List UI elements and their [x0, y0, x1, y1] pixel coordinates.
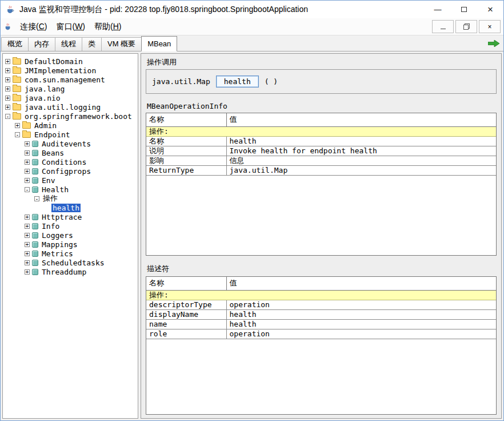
table-row[interactable]: descriptorTypeoperation — [146, 300, 496, 309]
expand-icon[interactable]: + — [25, 178, 30, 183]
tree-item-label[interactable]: health — [51, 204, 81, 212]
tree-item-label[interactable]: DefaultDomain — [23, 57, 84, 66]
tree-item-label[interactable]: Metrics — [41, 249, 74, 258]
tree-item[interactable]: -操作 — [3, 194, 138, 203]
expand-icon[interactable]: + — [25, 251, 30, 256]
tree-item[interactable]: +java.lang — [3, 84, 138, 93]
tree-item-label[interactable]: JMImplementation — [23, 66, 97, 75]
expand-icon[interactable]: + — [5, 68, 10, 73]
tree-item-label[interactable]: Configprops — [41, 167, 92, 176]
expand-icon[interactable]: + — [5, 96, 10, 101]
tab-overview[interactable]: 概览 — [1, 37, 29, 51]
expand-icon[interactable]: + — [15, 123, 20, 128]
section-row[interactable]: 操作: — [146, 126, 496, 136]
expand-icon[interactable]: + — [5, 105, 10, 110]
tab-vm-summary[interactable]: VM 概要 — [101, 37, 142, 51]
tree-item[interactable]: +java.util.logging — [3, 102, 138, 112]
name-cell[interactable]: descriptorType — [146, 300, 226, 309]
tree-item-label[interactable]: com.sun.management — [23, 76, 106, 84]
expand-icon[interactable]: + — [25, 242, 30, 247]
value-cell[interactable]: java.util.Map — [226, 165, 496, 175]
tree-item[interactable]: -Health — [3, 185, 138, 194]
tree-item[interactable]: +DefaultDomain — [3, 57, 138, 66]
tree-item-label[interactable]: Scheduledtasks — [41, 259, 106, 267]
value-cell[interactable]: health — [226, 309, 496, 319]
tree-item[interactable]: +Configprops — [3, 166, 138, 176]
tree-item[interactable]: -Endpoint — [3, 130, 138, 139]
tree-item-label[interactable]: Threaddump — [41, 268, 87, 276]
tree-item[interactable]: +com.sun.management — [3, 75, 138, 84]
table-row[interactable]: displayNamehealth — [146, 309, 496, 319]
table-row[interactable]: 名称health — [146, 136, 496, 146]
value-cell[interactable]: health — [226, 319, 496, 329]
collapse-icon[interactable]: - — [15, 132, 20, 137]
tree-item-label[interactable]: Info — [41, 222, 61, 231]
name-cell[interactable]: ReturnType — [146, 165, 226, 175]
expand-icon[interactable]: + — [25, 141, 30, 146]
expand-icon[interactable]: + — [25, 169, 30, 174]
column-header[interactable]: 名称 — [146, 277, 226, 290]
tree-item[interactable]: +Info — [3, 221, 138, 231]
expand-icon[interactable]: + — [25, 160, 30, 165]
expand-icon[interactable]: + — [25, 224, 30, 229]
tree-item-label[interactable]: Loggers — [41, 231, 74, 240]
name-cell[interactable]: 影响 — [146, 156, 226, 165]
expand-icon[interactable]: + — [25, 150, 30, 156]
table-row[interactable]: namehealth — [146, 319, 496, 329]
tree-item-label[interactable]: org.springframework.boot — [23, 112, 133, 121]
tree-item[interactable]: +Metrics — [3, 249, 138, 258]
table-row[interactable]: ReturnTypejava.util.Map — [146, 165, 496, 175]
tree-item[interactable]: +JMImplementation — [3, 66, 138, 75]
tree-item[interactable]: -org.springframework.boot — [3, 112, 138, 121]
tree-item-label[interactable]: Health — [41, 185, 70, 194]
name-cell[interactable]: role — [146, 329, 226, 339]
tree-item[interactable]: +Auditevents — [3, 139, 138, 148]
tree-item[interactable]: +Admin — [3, 121, 138, 130]
tree-item[interactable]: +Conditions — [3, 157, 138, 166]
section-row[interactable]: 操作: — [146, 290, 496, 300]
tree-item-label[interactable]: Beans — [41, 149, 65, 157]
tree-item[interactable]: +Mappings — [3, 240, 138, 249]
expand-icon[interactable]: + — [25, 233, 30, 238]
tree-item-label[interactable]: Conditions — [41, 158, 87, 166]
column-header[interactable]: 名称 — [146, 113, 226, 126]
tree-item[interactable]: +Scheduledtasks — [3, 258, 138, 267]
expand-icon[interactable]: + — [5, 59, 10, 64]
tree-item-label[interactable]: java.util.logging — [23, 103, 102, 112]
tree-item-label[interactable]: Httptrace — [41, 213, 83, 221]
value-cell[interactable]: health — [226, 136, 496, 146]
tree-item-label[interactable]: java.lang — [23, 85, 66, 93]
tree-item[interactable]: +Beans — [3, 148, 138, 157]
tree-item[interactable]: +Threaddump — [3, 267, 138, 276]
expand-icon[interactable]: + — [25, 269, 30, 275]
expand-icon[interactable]: + — [5, 86, 10, 92]
value-cell[interactable]: operation — [226, 329, 496, 339]
name-cell[interactable]: 说明 — [146, 146, 226, 156]
column-header[interactable]: 值 — [226, 113, 496, 126]
tree-item-label[interactable]: Mappings — [41, 240, 79, 249]
expand-icon[interactable]: + — [5, 77, 10, 82]
tab-classes[interactable]: 类 — [82, 37, 102, 51]
collapse-icon[interactable]: - — [34, 196, 39, 201]
tree-item-label[interactable]: Admin — [33, 121, 58, 130]
table-row[interactable]: 影响信息 — [146, 156, 496, 165]
invoke-health-button[interactable]: health — [216, 76, 259, 88]
tree-item[interactable]: +Loggers — [3, 231, 138, 240]
tab-memory[interactable]: 内存 — [28, 37, 55, 51]
expand-icon[interactable]: + — [25, 215, 30, 220]
tree-item-label[interactable]: Endpoint — [33, 130, 71, 139]
frame-minimize-button[interactable] — [432, 20, 454, 33]
table-row[interactable]: roleoperation — [146, 329, 496, 339]
value-cell[interactable]: Invoke health for endpoint health — [226, 146, 496, 156]
menu-connect[interactable]: 连接(C) — [15, 19, 51, 34]
value-cell[interactable]: 信息 — [226, 156, 496, 165]
collapse-icon[interactable]: - — [25, 187, 30, 192]
maximize-button[interactable] — [451, 1, 477, 18]
column-header[interactable]: 值 — [226, 277, 496, 290]
value-cell[interactable]: operation — [226, 300, 496, 309]
tab-mbean[interactable]: MBean — [141, 36, 177, 51]
tab-threads[interactable]: 线程 — [55, 37, 82, 51]
frame-close-button[interactable]: × — [479, 20, 501, 33]
tree-item[interactable]: health — [3, 203, 138, 212]
expand-icon[interactable]: + — [25, 260, 30, 265]
